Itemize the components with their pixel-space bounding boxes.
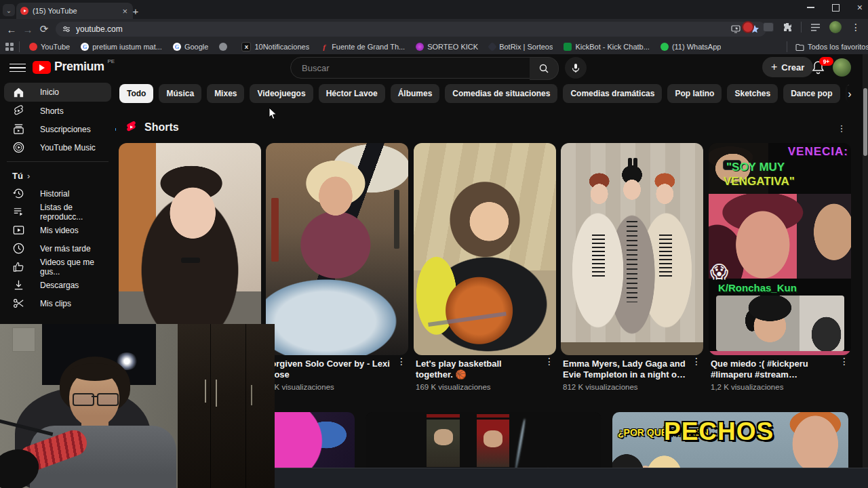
send-to-device-icon[interactable] (731, 25, 741, 33)
shorts-section-menu-icon[interactable]: ⋮ (835, 122, 848, 134)
all-bookmarks-folder[interactable]: Todos los favoritos (791, 41, 868, 52)
search-box[interactable] (290, 57, 549, 79)
tab-search-chevron-icon[interactable]: ⌄ (3, 4, 15, 16)
short-title[interactable]: forgiven Solo Cover by - Lexi Rose (266, 359, 391, 380)
chevron-right-icon: › (27, 171, 30, 181)
create-label: Crear (781, 62, 804, 73)
chip-musica[interactable]: Música (159, 84, 201, 103)
sidebar: Inicio Shorts Suscripciones YouTube Musi… (0, 83, 115, 312)
whatsapp-bookmark-icon (660, 43, 669, 51)
extension-dark-icon[interactable] (763, 22, 774, 32)
sidebar-item-videos-que-me-gustan[interactable]: Videos que me gus... (0, 258, 115, 276)
apps-grid-icon[interactable] (5, 43, 14, 51)
short-menu-icon[interactable]: ⋮ (544, 360, 555, 363)
bookmark-google[interactable]: GGoogle (169, 41, 212, 52)
bookmarks-divider (19, 41, 20, 52)
kickbot-bookmark-icon (564, 43, 572, 51)
chip-comedias-situaciones[interactable]: Comedias de situaciones (445, 84, 557, 103)
f-bookmark-icon: f (320, 43, 328, 51)
scrollbar-thumb[interactable] (863, 88, 867, 156)
wall-guitar-shape-2 (394, 190, 399, 249)
shorts-thumbnail-3[interactable] (414, 143, 556, 355)
bookmark-youtube[interactable]: YouTube (25, 41, 74, 52)
minimize-button[interactable] (807, 7, 814, 8)
back-icon[interactable]: ← (5, 23, 18, 35)
chip-hector-lavoe[interactable]: Héctor Lavoe (319, 84, 385, 103)
sidebar-item-mis-videos[interactable]: Mis videos (0, 221, 115, 239)
bookmark-10notificaciones[interactable]: X10Notificaciones (237, 41, 313, 53)
bookmark-whatsapp[interactable]: (11) WhatsApp (656, 41, 726, 52)
address-bar[interactable]: youtube.com (56, 22, 766, 37)
new-tab-button[interactable]: + (129, 4, 142, 18)
sidebar-item-suscripciones[interactable]: Suscripciones (0, 120, 115, 138)
chip-mixes[interactable]: Mixes (207, 84, 244, 103)
botrix-bookmark-icon (488, 42, 497, 52)
short-title[interactable]: Emma Myers, Lady Gaga and Evie Templeton… (561, 359, 686, 380)
sidebar-item-historial[interactable]: Historial (0, 184, 115, 203)
reload-icon[interactable]: ⟳ (38, 23, 50, 35)
sidebar-item-mis-clips[interactable]: Mis clips (0, 294, 115, 312)
sidebar-divider (7, 161, 108, 162)
bookmark-sorteo-kick[interactable]: SORTEO KICK (412, 41, 482, 52)
chip-todo[interactable]: Todo (119, 84, 153, 103)
site-info-icon[interactable] (62, 25, 71, 33)
bookmark-botrix[interactable]: BotRix | Sorteos (485, 41, 557, 52)
playlists-icon (12, 205, 25, 218)
search-icon (538, 63, 549, 74)
short-menu-icon[interactable]: ⋮ (691, 360, 702, 363)
notification-badge: 9+ (819, 57, 833, 66)
sidebar-item-descargas[interactable]: Descargas (0, 276, 115, 294)
browser-profile-avatar[interactable] (829, 21, 842, 33)
google-bookmark-icon: G (173, 43, 181, 51)
shorts-thumbnail-2[interactable] (266, 143, 408, 355)
chip-videojuegos[interactable]: Videojuegos (250, 84, 313, 103)
short-title[interactable]: Que miedo :( #kickperu #limaperu #stream… (709, 359, 834, 380)
search-button[interactable] (530, 57, 559, 80)
bookmark-globe[interactable] (215, 41, 235, 52)
bookmark-pretium[interactable]: Gpretium iustum mat... (77, 41, 166, 52)
bookmark-kickbot[interactable]: KickBot - Kick Chatb... (559, 41, 653, 52)
extension-red-icon[interactable] (742, 21, 754, 33)
shorts-thumbnail-4[interactable] (561, 143, 703, 355)
bookmark-fuente[interactable]: fFuente de Grand Th... (316, 41, 409, 52)
sidebar-item-youtube-music[interactable]: YouTube Music (0, 138, 115, 157)
browser-menu-icon[interactable]: ⋮ (850, 26, 861, 29)
short-menu-icon[interactable]: ⋮ (396, 360, 407, 363)
hamburger-menu-icon[interactable] (9, 60, 26, 76)
sidebar-item-tu[interactable]: Tú › (0, 167, 115, 184)
extensions-puzzle-icon[interactable] (783, 22, 792, 32)
tab-close-icon[interactable]: × (121, 7, 129, 16)
short-menu-icon[interactable]: ⋮ (839, 360, 850, 363)
youtube-premium-logo[interactable]: Premium PE (33, 60, 115, 74)
scissors-icon (12, 297, 25, 310)
close-button[interactable]: × (857, 3, 863, 12)
sidebar-item-inicio[interactable]: Inicio (4, 83, 111, 102)
subscriptions-icon (12, 123, 25, 136)
short-title[interactable]: Let's play basketball together. 🏀 (414, 359, 539, 380)
extensions-row: ⋮ (742, 21, 861, 33)
shorts-section-title: Shorts (144, 121, 179, 134)
chips-scroll-right-icon[interactable]: › (841, 85, 859, 103)
chip-dance-pop[interactable]: Dance pop (783, 84, 840, 103)
tab-list-icon[interactable] (810, 23, 821, 32)
sidebar-item-shorts[interactable]: Shorts (0, 102, 115, 120)
search-input[interactable] (300, 62, 539, 74)
forward-icon[interactable]: → (22, 23, 34, 35)
sidebar-item-ver-mas-tarde[interactable]: Ver más tarde (0, 239, 115, 258)
voice-search-button[interactable] (565, 57, 587, 79)
chip-albumes[interactable]: Álbumes (391, 84, 440, 103)
thumb5-bottom-webcam (716, 296, 844, 350)
maximize-button[interactable] (832, 4, 840, 12)
chip-sketches[interactable]: Sketches (727, 84, 778, 103)
account-avatar[interactable] (833, 58, 851, 77)
create-button[interactable]: + Crear (762, 57, 813, 77)
shorts-icon (12, 104, 25, 117)
shorts-card-4-meta: Emma Myers, Lady Gaga and Evie Templeton… (561, 359, 703, 391)
chip-comedias-dramaticas[interactable]: Comedias dramáticas (563, 84, 662, 103)
shorts-thumbnail-5[interactable]: VENECIA: "SOY MUY VENGATIVA" 😱 K/Ronchas… (709, 143, 851, 355)
browser-tab[interactable]: (15) YouTube × (16, 3, 133, 19)
sidebar-item-listas[interactable]: Listas de reproducc... (0, 203, 115, 221)
page-scrollbar[interactable] (863, 54, 868, 468)
chip-pop-latino[interactable]: Pop latino (667, 84, 722, 103)
scream-emoji: 😱 (710, 262, 728, 283)
